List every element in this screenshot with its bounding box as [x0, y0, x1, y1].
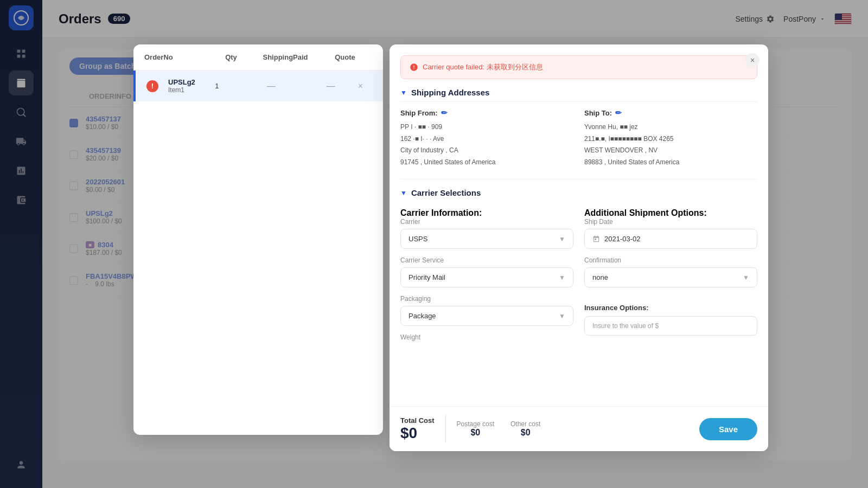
carrier-service-value: Priority Mail [409, 273, 445, 281]
error-banner: Carrier quote failed: 未获取到分区信息 [400, 55, 757, 79]
total-cost-value: $0 [400, 425, 435, 442]
ship-to-address: Yvonne Hu, ■■ jez 211■.■, I■■■■■■■■ BOX … [584, 121, 757, 168]
ship-from-block: Ship From: ✏ PP I · ■■ · 909 162 ·■ I· ·… [400, 108, 573, 168]
col-quote: Quote [318, 53, 372, 61]
order-list-item[interactable]: ! UPSLg2 Item1 1 — — × [133, 70, 383, 101]
ship-from-label: Ship From: ✏ [400, 108, 573, 117]
insurance-value-input[interactable]: Insure to the value of $ [584, 316, 757, 336]
ship-to-block: Ship To: ✏ Yvonne Hu, ■■ jez 211■.■, I■■… [584, 108, 757, 168]
other-cost-section: Other cost $0 [510, 420, 540, 438]
order-list-header: OrderNo Qty ShippingPaid Quote [133, 44, 383, 70]
postage-cost-label: Postage cost [457, 420, 494, 428]
packaging-select[interactable]: Package ▼ [400, 306, 573, 326]
carrier-dropdown-arrow: ▼ [559, 235, 565, 243]
ship-from-edit-button[interactable]: ✏ [441, 108, 448, 117]
confirmation-label: Confirmation [584, 256, 757, 264]
addresses-grid: Ship From: ✏ PP I · ■■ · 909 162 ·■ I· ·… [390, 102, 768, 179]
insurance-sub-label: Insure to the value of $ [592, 322, 659, 330]
carrier-service-dropdown-arrow: ▼ [559, 274, 565, 281]
ship-to-edit-button[interactable]: ✏ [615, 108, 622, 117]
total-cost-label: Total Cost [400, 416, 435, 425]
other-cost-label: Other cost [510, 420, 540, 428]
carrier-service-select[interactable]: Priority Mail ▼ [400, 267, 573, 287]
ship-date-input[interactable]: 2021-03-02 [584, 229, 757, 249]
remove-order-button[interactable]: × [358, 81, 374, 91]
shipping-addresses-label: Shipping Addresses [411, 88, 489, 97]
confirmation-form-group: Confirmation none ▼ [584, 256, 757, 287]
order-name: UPSLg2 [168, 78, 195, 86]
order-list-modal: OrderNo Qty ShippingPaid Quote ! UPSLg2 … [133, 44, 383, 435]
ship-to-label: Ship To: ✏ [584, 108, 757, 117]
postage-cost-section: Postage cost $0 [457, 420, 494, 438]
ship-date-label: Ship Date [584, 218, 757, 226]
total-cost-section: Total Cost $0 [400, 416, 435, 442]
weight-label: Weight [400, 333, 573, 341]
col-shippingpaid: ShippingPaid [253, 53, 318, 61]
chevron-down-icon-2: ▼ [400, 189, 407, 197]
packaging-dropdown-arrow: ▼ [559, 312, 565, 320]
packaging-label: Packaging [400, 295, 573, 303]
additional-options-column: Additional Shipment Options: Ship Date 2… [584, 208, 757, 349]
col-orderno: OrderNo [144, 53, 209, 61]
modal-footer: Total Cost $0 Postage cost $0 Other cost… [390, 406, 768, 451]
carrier-selections-label: Carrier Selections [411, 188, 481, 197]
carrier-label: Carrier [400, 218, 573, 226]
other-cost-value: $0 [510, 428, 540, 438]
order-quote: — [304, 81, 358, 91]
order-sub: Item1 [168, 86, 195, 94]
ship-date-form-group: Ship Date 2021-03-02 [584, 218, 757, 249]
order-qty: 1 [195, 82, 239, 90]
packaging-value: Package [409, 312, 436, 320]
cost-divider [445, 415, 446, 442]
postage-cost-value: $0 [457, 428, 494, 438]
insurance-form-group: Insurance Options: Insure to the value o… [584, 304, 757, 336]
weight-form-group: Weight [400, 333, 573, 341]
carrier-form-group: Carrier USPS ▼ [400, 218, 573, 249]
carrier-service-form-group: Carrier Service Priority Mail ▼ [400, 256, 573, 287]
insurance-label: Insurance Options: [584, 304, 757, 312]
close-modal-button[interactable]: × [745, 53, 760, 67]
carrier-selections-header[interactable]: ▼ Carrier Selections [390, 179, 768, 202]
ship-date-value: 2021-03-02 [604, 235, 641, 243]
order-shipping-paid: — [239, 81, 304, 91]
confirmation-value: none [592, 273, 608, 281]
order-error-icon: ! [146, 80, 158, 92]
warning-icon [410, 63, 418, 72]
confirmation-dropdown-arrow: ▼ [743, 274, 749, 281]
confirmation-select[interactable]: none ▼ [584, 267, 757, 287]
carrier-info-column: Carrier Information: Carrier USPS ▼ Carr… [400, 208, 573, 349]
carrier-service-label: Carrier Service [400, 256, 573, 264]
packaging-form-group: Packaging Package ▼ [400, 295, 573, 326]
ship-from-address: PP I · ■■ · 909 162 ·■ I· · · Ave City o… [400, 121, 573, 168]
carrier-value: USPS [409, 235, 427, 243]
carrier-select[interactable]: USPS ▼ [400, 229, 573, 249]
col-qty: Qty [209, 53, 253, 61]
error-banner-text: Carrier quote failed: 未获取到分区信息 [423, 62, 543, 72]
carrier-info-heading: Carrier Information: [400, 208, 573, 218]
order-info-cell: ! UPSLg2 Item1 [146, 78, 195, 94]
order-name-group: UPSLg2 Item1 [168, 78, 195, 94]
shipping-addresses-section-header[interactable]: ▼ Shipping Addresses [390, 79, 768, 101]
calendar-icon [592, 235, 600, 243]
save-button[interactable]: Save [699, 418, 757, 440]
additional-options-heading: Additional Shipment Options: [584, 208, 757, 218]
carrier-selections-grid: Carrier Information: Carrier USPS ▼ Carr… [390, 202, 768, 355]
chevron-down-icon: ▼ [400, 89, 407, 97]
shipping-detail-modal: × Carrier quote failed: 未获取到分区信息 ▼ Shipp… [390, 44, 768, 451]
